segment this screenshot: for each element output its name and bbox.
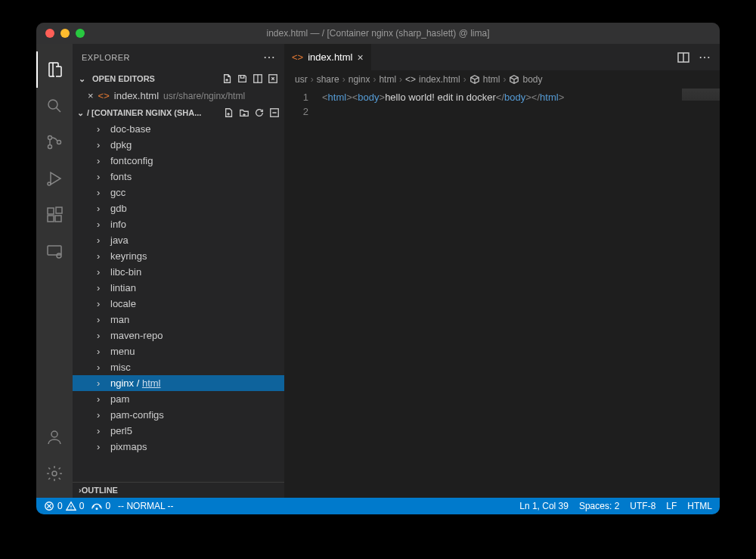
folder-section[interactable]: ⌄ / [CONTAINER NGINX (SHA... (73, 104, 284, 121)
open-editor-item[interactable]: × <> index.html usr/share/nginx/html (73, 87, 284, 104)
maximize-window-button[interactable] (76, 29, 85, 38)
folder-label: man (110, 314, 129, 325)
svg-point-1 (48, 136, 52, 140)
tree-folder[interactable]: ›lintian (73, 280, 284, 296)
breadcrumb-item[interactable]: body (522, 74, 542, 85)
encoding[interactable]: UTF-8 (630, 501, 655, 511)
folder-name: / [CONTAINER NGINX (SHA... (87, 108, 201, 117)
more-icon[interactable]: ⋯ (263, 50, 276, 64)
breadcrumb-item[interactable]: share (317, 74, 339, 85)
extensions-icon[interactable] (36, 197, 73, 233)
tab-bar: <> index.html × ⋯ (284, 44, 720, 70)
layout-icon[interactable] (253, 73, 263, 84)
tree-folder[interactable]: ›fontconfig (73, 153, 284, 169)
tree-folder[interactable]: ›gcc (73, 185, 284, 200)
account-icon[interactable] (36, 419, 73, 455)
folder-label: pam-configs (110, 409, 164, 421)
split-editor-icon[interactable] (677, 51, 689, 64)
tree-folder[interactable]: ›java (73, 232, 284, 248)
file-tree[interactable]: ›doc-base›dpkg›fontconfig›fonts›gcc›gdb›… (73, 121, 284, 482)
new-folder-icon[interactable] (239, 107, 249, 118)
language-mode[interactable]: HTML (687, 501, 712, 511)
svg-point-18 (97, 508, 98, 510)
breadcrumb-item[interactable]: nginx (349, 74, 370, 85)
element-icon (509, 74, 519, 85)
minimize-window-button[interactable] (60, 29, 70, 38)
tree-folder[interactable]: ›pam (73, 391, 284, 407)
tree-folder[interactable]: ›menu (73, 343, 284, 359)
svg-point-4 (48, 182, 51, 185)
tree-folder[interactable]: ›libc-bin (73, 264, 284, 280)
tree-folder[interactable]: ›fonts (73, 169, 284, 185)
tree-folder[interactable]: ›locale (73, 296, 284, 312)
code-area[interactable]: 12 <html><body>hello world! edit in dock… (284, 89, 720, 498)
svg-point-0 (48, 100, 57, 109)
folder-label: lintian (110, 282, 136, 293)
folder-label: gdb (110, 203, 127, 214)
folder-label: menu (110, 346, 135, 357)
titlebar[interactable]: index.html — / [Container nginx (sharp_h… (36, 23, 720, 44)
problems-button[interactable]: 00 (44, 501, 84, 511)
source-control-icon[interactable] (36, 124, 73, 160)
svg-point-12 (52, 471, 57, 476)
tree-folder[interactable]: ›gdb (73, 200, 284, 216)
remote-icon[interactable] (36, 233, 73, 269)
tree-folder[interactable]: ›perl5 (73, 423, 284, 439)
chevron-right-icon: › (97, 425, 107, 436)
search-icon[interactable] (36, 88, 73, 124)
tree-folder[interactable]: ›maven-repo (73, 328, 284, 343)
tree-folder[interactable]: ›keyrings (73, 248, 284, 264)
close-window-button[interactable] (45, 29, 54, 38)
tab-actions: ⋯ (677, 44, 720, 70)
explorer-icon[interactable] (36, 51, 73, 88)
element-icon (469, 74, 480, 85)
chevron-right-icon: › (97, 123, 107, 135)
vim-mode: -- NORMAL -- (118, 501, 174, 511)
tree-folder[interactable]: ›man (73, 312, 284, 328)
collapse-icon[interactable] (269, 107, 280, 118)
close-tab-icon[interactable]: × (357, 51, 363, 64)
svg-rect-8 (56, 207, 62, 213)
new-file-icon[interactable] (224, 107, 234, 118)
chevron-right-icon: › (97, 298, 107, 309)
chevron-right-icon: › (97, 377, 107, 389)
save-all-icon[interactable] (237, 73, 248, 84)
tree-folder[interactable]: ›misc (73, 359, 284, 375)
chevron-down-icon: ⌄ (77, 108, 84, 118)
status-bar: 00 0 -- NORMAL -- Ln 1, Col 39 Spaces: 2… (36, 498, 720, 514)
breadcrumb-item[interactable]: index.html (419, 74, 460, 85)
folder-label: perl5 (110, 425, 132, 436)
line-gutter: 12 (284, 89, 322, 498)
svg-rect-5 (48, 208, 54, 214)
debug-icon[interactable] (36, 160, 73, 197)
minimap[interactable] (682, 89, 720, 101)
breadcrumb[interactable]: usr›share›nginx›html›<>index.html›html›b… (284, 70, 720, 89)
close-icon[interactable]: × (88, 90, 94, 101)
tree-folder[interactable]: ›dpkg (73, 137, 284, 153)
tree-folder[interactable]: ›pixmaps (73, 439, 284, 455)
editor-tab[interactable]: <> index.html × (284, 44, 372, 70)
ports-button[interactable]: 0 (91, 501, 110, 511)
breadcrumb-item[interactable]: html (379, 74, 396, 85)
cursor-position[interactable]: Ln 1, Col 39 (519, 501, 569, 511)
outline-section[interactable]: › OUTLINE (73, 482, 284, 498)
open-editors-section[interactable]: ⌄ OPEN EDITORS (73, 70, 284, 87)
breadcrumb-item[interactable]: usr (295, 74, 308, 85)
eol[interactable]: LF (666, 501, 677, 511)
code-lines[interactable]: <html><body>hello world! edit in docker<… (322, 89, 720, 498)
more-icon[interactable]: ⋯ (699, 50, 711, 64)
new-file-icon[interactable] (222, 73, 233, 84)
indentation[interactable]: Spaces: 2 (579, 501, 619, 511)
chevron-right-icon: › (97, 330, 107, 341)
settings-icon[interactable] (36, 455, 73, 492)
breadcrumb-item[interactable]: html (483, 74, 500, 85)
close-all-icon[interactable] (268, 73, 278, 84)
folder-label: doc-base (110, 123, 150, 135)
folder-label: dpkg (110, 139, 132, 151)
tree-folder[interactable]: ›pam-configs (73, 407, 284, 423)
refresh-icon[interactable] (254, 107, 265, 118)
tree-folder[interactable]: ›doc-base (73, 121, 284, 137)
tree-folder[interactable]: ›info (73, 216, 284, 232)
chevron-right-icon: › (97, 155, 107, 166)
tree-folder[interactable]: ›nginx / html (73, 375, 284, 391)
